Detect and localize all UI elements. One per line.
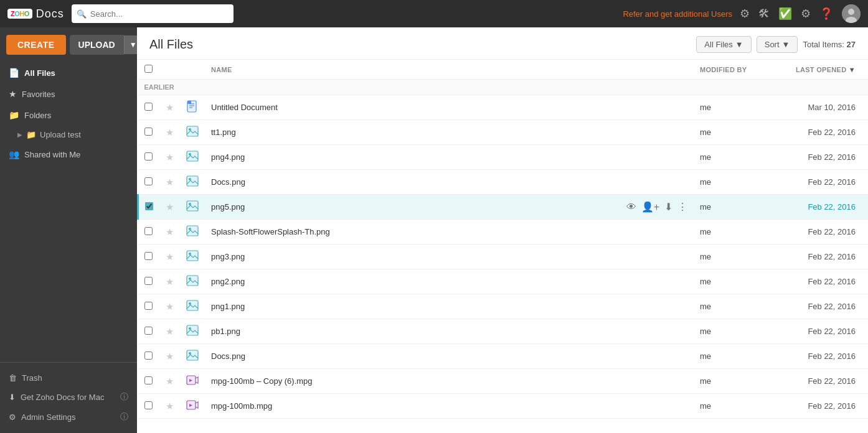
info-icon-admin[interactable]: ⓘ (120, 411, 128, 422)
row-file-icon-cell (180, 244, 205, 269)
row-file-icon-cell (180, 394, 205, 419)
apps-icon[interactable]: 🛠 (758, 7, 770, 21)
file-table-body: EARLIER ★ Untitled Document (138, 80, 869, 419)
settings-icon[interactable]: ⚙ (801, 7, 811, 21)
file-name[interactable]: Docs.png (211, 352, 245, 361)
row-checkbox[interactable] (144, 302, 153, 310)
star-icon[interactable]: ★ (166, 127, 174, 137)
row-file-icon-cell (180, 344, 205, 369)
row-checkbox[interactable] (144, 128, 153, 136)
name-column-header[interactable]: NAME (205, 60, 694, 80)
row-checkbox[interactable] (144, 376, 153, 384)
search-input[interactable] (90, 9, 229, 19)
file-name[interactable]: mpg-100mb – Copy (6).mpg (211, 376, 313, 386)
star-icon[interactable]: ★ (166, 152, 174, 162)
file-name[interactable]: png5.png (211, 202, 245, 212)
section-earlier-row: EARLIER (138, 80, 869, 95)
sidebar-item-get-docs-mac[interactable]: ⬇ Get Zoho Docs for Mac ⓘ (9, 387, 128, 407)
modified-by-value: me (700, 202, 711, 212)
file-name[interactable]: Splash-SoftFlowerSplash-Th.png (211, 227, 330, 236)
row-file-icon-cell (180, 220, 205, 244)
row-checkbox[interactable] (144, 177, 153, 185)
last-opened-value: Feb 22, 2016 (808, 376, 856, 386)
file-name[interactable]: Untitled Document (211, 103, 278, 112)
modified-by-value: me (700, 152, 711, 162)
tasks-icon[interactable]: ✅ (778, 7, 792, 21)
row-file-icon-cell (180, 319, 205, 344)
file-name[interactable]: png2.png (211, 277, 245, 286)
star-icon[interactable]: ★ (166, 251, 174, 262)
refer-link[interactable]: Refer and get additional Users (623, 9, 732, 19)
upload-dropdown-button[interactable]: ▼ (124, 35, 137, 54)
avatar[interactable] (842, 4, 861, 23)
row-checkbox[interactable] (144, 252, 153, 260)
help-icon[interactable]: ❓ (819, 7, 833, 21)
notifications-icon[interactable]: ⚙ (740, 7, 750, 21)
search-bar[interactable]: 🔍 (72, 4, 234, 23)
sort-button[interactable]: Sort ▼ (757, 36, 798, 53)
last-opened-column-header[interactable]: LAST OPENED ▼ (781, 60, 868, 80)
sidebar-item-admin-settings[interactable]: ⚙ Admin Settings ⓘ (9, 407, 128, 427)
table-row: ★ Docs.png me Feb 22, 2016 (138, 344, 869, 369)
content-header: All Files All Files ▼ Sort ▼ Total Items… (137, 27, 868, 60)
svg-rect-10 (187, 151, 198, 161)
file-name-cell: mpg-100mb.mpg (205, 394, 694, 419)
row-checkbox[interactable] (144, 227, 153, 235)
file-name[interactable]: tt1.png (211, 128, 236, 137)
file-name[interactable]: png3.png (211, 252, 245, 261)
svg-point-27 (189, 352, 191, 355)
row-checkbox[interactable] (144, 277, 153, 285)
file-name-cell: pb1.png (205, 319, 694, 344)
star-icon[interactable]: ★ (166, 401, 174, 411)
sidebar-item-folders[interactable]: 📁 Folders (0, 105, 137, 126)
modified-by-value: me (700, 277, 711, 286)
create-button[interactable]: CREATE (6, 35, 66, 55)
info-icon-get-docs[interactable]: ⓘ (120, 391, 128, 403)
modified-by-value: me (700, 227, 711, 236)
file-name[interactable]: mpg-100mb.mpg (211, 401, 272, 411)
row-star-cell: ★ (159, 145, 180, 170)
share-icon[interactable]: 👤+ (641, 201, 659, 213)
file-type-icon (186, 180, 199, 189)
svg-rect-26 (187, 350, 198, 360)
sidebar-buttons: CREATE UPLOAD ▼ (0, 27, 137, 60)
star-icon[interactable]: ★ (166, 202, 174, 212)
star-icon[interactable]: ★ (166, 177, 174, 187)
row-file-icon-cell (180, 195, 205, 220)
sidebar-item-trash[interactable]: 🗑 Trash (9, 369, 128, 387)
row-checkbox[interactable] (145, 202, 153, 210)
svg-point-1 (848, 9, 854, 15)
sidebar-item-all-files[interactable]: 📄 All Files (0, 62, 137, 83)
table-row: ★ Untitled Document me Mar 10, 2016 (138, 95, 869, 120)
row-checkbox[interactable] (144, 401, 153, 409)
files-table: NAME MODIFIED BY LAST OPENED ▼ EARLIER (137, 60, 868, 419)
filter-button[interactable]: All Files ▼ (696, 36, 751, 53)
row-checkbox[interactable] (144, 152, 153, 161)
more-icon[interactable]: ⋮ (677, 201, 687, 213)
sidebar-item-shared-with-me[interactable]: 👥 Shared with Me (0, 144, 137, 165)
select-all-header[interactable] (138, 60, 160, 80)
download-icon[interactable]: ⬇ (664, 201, 672, 213)
file-name[interactable]: pb1.png (211, 327, 240, 336)
last-opened-value: Feb 22, 2016 (808, 252, 856, 261)
select-all-checkbox[interactable] (144, 65, 153, 73)
file-name[interactable]: png4.png (211, 152, 245, 162)
row-checkbox[interactable] (144, 327, 153, 335)
upload-button[interactable]: UPLOAD (70, 35, 124, 55)
star-icon[interactable]: ★ (166, 102, 174, 113)
star-icon[interactable]: ★ (166, 301, 174, 312)
file-name[interactable]: Docs.png (211, 177, 245, 187)
star-icon[interactable]: ★ (166, 326, 174, 337)
preview-icon[interactable]: 👁 (626, 202, 636, 213)
star-icon[interactable]: ★ (166, 226, 174, 237)
star-icon[interactable]: ★ (166, 276, 174, 287)
star-icon[interactable]: ★ (166, 376, 174, 386)
sidebar-item-upload-test[interactable]: ▶ 📁 Upload test (0, 126, 137, 144)
star-icon[interactable]: ★ (166, 351, 174, 361)
row-checkbox[interactable] (144, 103, 153, 111)
file-name[interactable]: png1.png (211, 302, 245, 311)
sidebar-item-favorites[interactable]: ★ Favorites (0, 83, 137, 105)
sidebar: CREATE UPLOAD ▼ 📄 All Files ★ Favorites … (0, 27, 137, 433)
last-opened-value: Feb 22, 2016 (808, 277, 856, 286)
row-checkbox[interactable] (144, 352, 153, 360)
